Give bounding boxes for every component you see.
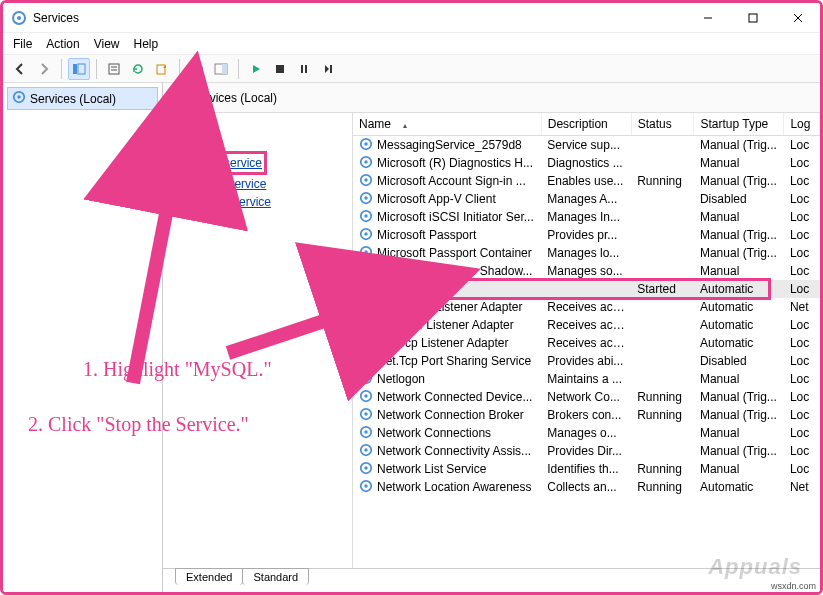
- service-name-cell: Network Connectivity Assis...: [377, 444, 531, 458]
- svg-point-45: [364, 322, 368, 326]
- service-row[interactable]: Network List ServiceIdentifies th...Runn…: [353, 460, 820, 478]
- service-name-cell: Microsoft Software Shadow...: [377, 264, 532, 278]
- service-startup-cell: Manual (Trig...: [694, 244, 784, 262]
- tree-pane: Services (Local): [3, 83, 163, 592]
- action-pane-button[interactable]: [210, 58, 232, 80]
- service-name-cell: Network Connected Device...: [377, 390, 532, 404]
- service-row[interactable]: Net.Tcp Listener AdapterReceives act...A…: [353, 334, 820, 352]
- col-logon[interactable]: Log: [784, 113, 820, 136]
- menu-view[interactable]: View: [94, 37, 120, 51]
- service-row[interactable]: Network Connectivity Assis...Provides Di…: [353, 442, 820, 460]
- service-desc-cell: Manages lo...: [541, 244, 631, 262]
- tree-root-item[interactable]: Services (Local): [7, 87, 158, 110]
- service-status-cell: [631, 316, 694, 334]
- service-row[interactable]: MessagingService_2579d8Service sup...Man…: [353, 136, 820, 155]
- service-name-cell: MySQL: [377, 282, 417, 296]
- tab-extended[interactable]: Extended: [175, 568, 243, 585]
- service-logon-cell: Loc: [784, 172, 820, 190]
- service-icon: [359, 299, 373, 316]
- service-list[interactable]: Name▴ Description Status Startup Type Lo…: [353, 113, 820, 568]
- service-desc-cell: Service sup...: [541, 136, 631, 155]
- service-startup-cell: Manual (Trig...: [694, 226, 784, 244]
- service-row[interactable]: Microsoft Account Sign-in ...Enables use…: [353, 172, 820, 190]
- service-row[interactable]: MySQLStartedAutomaticLoc: [353, 280, 820, 298]
- service-status-cell: [631, 352, 694, 370]
- col-startup[interactable]: Startup Type: [694, 113, 784, 136]
- service-logon-cell: Loc: [784, 244, 820, 262]
- service-row[interactable]: Microsoft PassportProvides pr...Manual (…: [353, 226, 820, 244]
- back-button[interactable]: [9, 58, 31, 80]
- service-status-cell: [631, 136, 694, 155]
- service-row[interactable]: Network Connection BrokerBrokers con...R…: [353, 406, 820, 424]
- restart-service-button[interactable]: [317, 58, 339, 80]
- service-row[interactable]: Net.Pipe Listener AdapterReceives act...…: [353, 316, 820, 334]
- close-button[interactable]: [775, 3, 820, 33]
- service-row[interactable]: Microsoft iSCSI Initiator Ser...Manages …: [353, 208, 820, 226]
- forward-button[interactable]: [33, 58, 55, 80]
- show-hide-tree-button[interactable]: [68, 58, 90, 80]
- service-status-cell: [631, 226, 694, 244]
- service-icon: [359, 353, 373, 370]
- service-desc-cell: Diagnostics ...: [541, 154, 631, 172]
- service-startup-cell: Manual: [694, 208, 784, 226]
- menu-action[interactable]: Action: [46, 37, 79, 51]
- service-row[interactable]: NetlogonMaintains a ...ManualLoc: [353, 370, 820, 388]
- titlebar: Services: [3, 3, 820, 33]
- service-logon-cell: Loc: [784, 460, 820, 478]
- svg-point-39: [364, 268, 368, 272]
- service-row[interactable]: Microsoft App-V ClientManages A...Disabl…: [353, 190, 820, 208]
- service-status-cell: [631, 244, 694, 262]
- service-row[interactable]: Network ConnectionsManages o...ManualLoc: [353, 424, 820, 442]
- minimize-button[interactable]: [685, 3, 730, 33]
- refresh-button[interactable]: [127, 58, 149, 80]
- col-status[interactable]: Status: [631, 113, 694, 136]
- service-logon-cell: Loc: [784, 334, 820, 352]
- service-row[interactable]: Net.Tcp Port Sharing ServiceProvides abi…: [353, 352, 820, 370]
- svg-point-53: [364, 394, 368, 398]
- service-icon: [359, 425, 373, 442]
- service-row[interactable]: Network Location AwarenessCollects an...…: [353, 478, 820, 496]
- service-logon-cell: Loc: [784, 154, 820, 172]
- export-button[interactable]: [151, 58, 173, 80]
- help-button[interactable]: ?: [186, 58, 208, 80]
- service-logon-cell: Loc: [784, 424, 820, 442]
- service-row[interactable]: Microsoft (R) Diagnostics H...Diagnostic…: [353, 154, 820, 172]
- pause-service-link[interactable]: Pause the service: [171, 175, 344, 193]
- maximize-button[interactable]: [730, 3, 775, 33]
- properties-button[interactable]: [103, 58, 125, 80]
- svg-point-57: [364, 430, 368, 434]
- start-service-button[interactable]: [245, 58, 267, 80]
- col-name[interactable]: Name▴: [353, 113, 541, 136]
- stop-service-link[interactable]: Stop the service: [176, 154, 262, 172]
- svg-rect-3: [749, 14, 757, 22]
- service-row[interactable]: Network Connected Device...Network Co...…: [353, 388, 820, 406]
- pause-service-button[interactable]: [293, 58, 315, 80]
- svg-point-61: [364, 466, 368, 470]
- services-icon: [12, 90, 26, 107]
- menu-file[interactable]: File: [13, 37, 32, 51]
- tab-standard[interactable]: Standard: [242, 568, 309, 585]
- service-desc-cell: Receives act...: [541, 316, 631, 334]
- view-tabs: Extended Standard: [163, 568, 820, 592]
- svg-text:?: ?: [194, 64, 199, 74]
- service-icon: [359, 155, 373, 172]
- service-desc-cell: Provides pr...: [541, 226, 631, 244]
- svg-point-25: [364, 142, 368, 146]
- service-row[interactable]: Net.Msmq Listener AdapterReceives act...…: [353, 298, 820, 316]
- service-icon: [359, 479, 373, 496]
- service-desc-cell: Collects an...: [541, 478, 631, 496]
- service-icon: [359, 209, 373, 226]
- col-description[interactable]: Description: [541, 113, 631, 136]
- service-icon: [359, 173, 373, 190]
- selected-service-name: MySQL: [171, 123, 344, 137]
- service-row[interactable]: Microsoft Passport ContainerManages lo..…: [353, 244, 820, 262]
- detail-pane: MySQL Stop the service Pause the service…: [163, 113, 353, 568]
- service-logon-cell: Loc: [784, 388, 820, 406]
- menu-help[interactable]: Help: [134, 37, 159, 51]
- service-status-cell: [631, 154, 694, 172]
- service-row[interactable]: Microsoft Software Shadow...Manages so..…: [353, 262, 820, 280]
- service-status-cell: Running: [631, 406, 694, 424]
- svg-rect-19: [330, 65, 332, 73]
- stop-service-button[interactable]: [269, 58, 291, 80]
- restart-service-link[interactable]: Restart the service: [171, 193, 344, 211]
